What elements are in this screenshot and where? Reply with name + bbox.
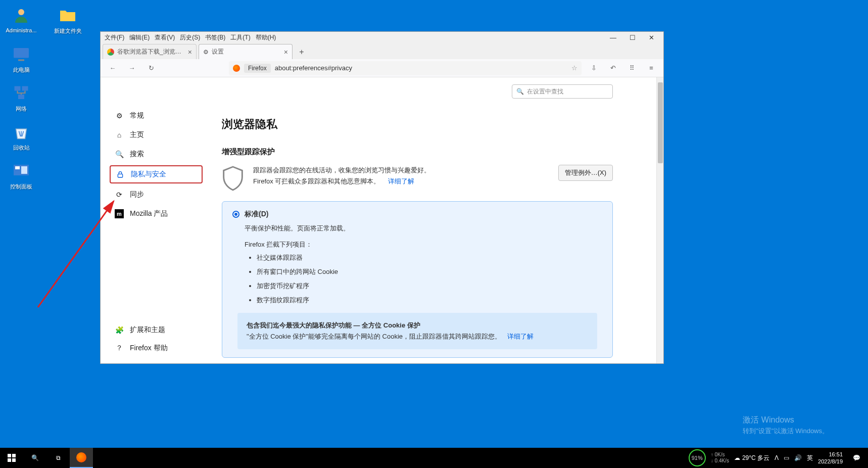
sidebar-privacy[interactable]: 隐私与安全	[110, 165, 203, 183]
lock-icon	[116, 170, 125, 179]
firefox-window: 文件(F) 编辑(E) 查看(V) 历史(S) 书签(B) 工具(T) 帮助(H…	[100, 31, 664, 364]
desktop-icon-newfolder[interactable]: 新建文件夹	[52, 5, 84, 35]
shield-icon	[222, 165, 244, 191]
menu-view[interactable]: 查看(V)	[155, 33, 175, 42]
card-title: 标准(D)	[245, 210, 268, 219]
control-panel-icon	[11, 161, 31, 181]
tab-chrome-download[interactable]: 谷歌浏览器下载_浏览器官网入口 ×	[103, 44, 197, 59]
list-item: 加密货币挖矿程序	[257, 282, 602, 291]
desktop-icon-network[interactable]: 网络	[5, 83, 37, 113]
tab-bar: 谷歌浏览器下载_浏览器官网入口 × ⚙ 设置 × +	[101, 43, 663, 59]
back-button[interactable]: ←	[106, 61, 120, 75]
tab-settings[interactable]: ⚙ 设置 ×	[199, 44, 293, 59]
desktop-icon-recycle[interactable]: 回收站	[5, 122, 37, 152]
learn-more-link[interactable]: 详细了解	[388, 177, 414, 185]
recycle-icon	[11, 122, 31, 142]
menu-help[interactable]: 帮助(H)	[256, 33, 276, 42]
url-bar[interactable]: Firefox about:preferences#privacy ☆	[229, 61, 582, 75]
mozilla-icon: m	[115, 209, 124, 218]
forward-button[interactable]: →	[125, 61, 139, 75]
weather-text: 29°C 多云	[742, 454, 769, 462]
ime-indicator[interactable]: ▭	[784, 454, 789, 461]
save-page-icon[interactable]: ⇩	[587, 61, 601, 75]
svg-rect-4	[22, 86, 28, 91]
reload-button[interactable]: ↻	[144, 61, 158, 75]
speaker-icon[interactable]: 🔊	[794, 454, 802, 461]
menu-edit[interactable]: 编辑(E)	[129, 33, 150, 42]
tab-close-icon[interactable]: ×	[284, 48, 288, 56]
sidebar-label: 扩展和主题	[130, 325, 165, 335]
start-button[interactable]	[0, 448, 23, 468]
settings-content: ⚙ 常规 ⌂ 主页 🔍 搜索 隐私与安全 ⟳ 同步 m Mozilla 产品	[101, 77, 663, 363]
network-icon	[11, 83, 31, 103]
menu-bookmarks[interactable]: 书签(B)	[205, 33, 225, 42]
tab-title: 设置	[212, 48, 281, 56]
taskbar-search-button[interactable]: 🔍	[23, 448, 46, 468]
puzzle-icon: 🧩	[115, 325, 124, 335]
sync-arrow-icon[interactable]: ↶	[606, 61, 620, 75]
date: 2022/8/19	[818, 458, 843, 465]
sidebar-sync[interactable]: ⟳ 同步	[110, 186, 203, 203]
hamburger-menu-icon[interactable]: ≡	[644, 61, 658, 75]
ime-lang[interactable]: 英	[807, 454, 813, 462]
search-icon: 🔍	[516, 88, 524, 95]
info-learn-more-link[interactable]: 详细了解	[507, 333, 534, 340]
sidebar-home[interactable]: ⌂ 主页	[110, 127, 203, 143]
info-title: 包含我们迄今最强大的隐私保护功能 — 全方位 Cookie 保护	[247, 320, 588, 331]
svg-rect-3	[15, 86, 21, 91]
cookie-protection-info: 包含我们迄今最强大的隐私保护功能 — 全方位 Cookie 保护 "全方位 Co…	[237, 313, 597, 349]
watermark-line1: 激活 Windows	[743, 415, 829, 426]
sidebar-extensions[interactable]: 🧩 扩展和主题	[110, 322, 203, 338]
firefox-taskbar-button[interactable]	[70, 448, 93, 468]
network-speed: ↑ 0K/s ↓ 0.4K/s	[711, 452, 729, 464]
settings-main: 🔍 在设置中查找 浏览器隐私 增强型跟踪保护 跟踪器会跟踪您的在线活动，收集您的…	[212, 77, 663, 363]
sidebar-label: 搜索	[130, 150, 144, 159]
search-placeholder: 在设置中查找	[527, 87, 563, 96]
svg-rect-2	[18, 60, 24, 61]
page-heading: 浏览器隐私	[222, 117, 613, 132]
sidebar-help[interactable]: ？ Firefox 帮助	[110, 340, 203, 356]
new-tab-button[interactable]: +	[295, 45, 309, 59]
cloud-icon: ☁	[734, 454, 740, 461]
section-heading: 增强型跟踪保护	[222, 147, 613, 157]
svg-point-0	[18, 9, 24, 15]
sidebar-label: 隐私与安全	[131, 170, 166, 179]
close-button[interactable]: ✕	[649, 34, 654, 41]
desktop-icon-control[interactable]: 控制面板	[5, 161, 37, 191]
svg-rect-11	[8, 454, 11, 457]
svg-rect-8	[21, 166, 27, 174]
person-icon	[11, 5, 31, 25]
battery-indicator[interactable]: 91%	[689, 449, 706, 466]
task-view-button[interactable]: ⧉	[46, 448, 70, 468]
blocked-items-list: 社交媒体跟踪器 所有窗口中的跨网站 Cookie 加密货币挖矿程序 数字指纹跟踪…	[257, 253, 602, 305]
settings-search-input[interactable]: 🔍 在设置中查找	[512, 84, 613, 99]
home-icon: ⌂	[115, 130, 124, 139]
apps-grid-icon[interactable]: ⠿	[625, 61, 639, 75]
vertical-scrollbar[interactable]	[656, 77, 663, 363]
computer-icon	[11, 44, 31, 64]
manage-exceptions-button[interactable]: 管理例外…(X)	[558, 165, 613, 181]
watermark-line2: 转到"设置"以激活 Windows。	[743, 427, 829, 436]
taskbar-clock[interactable]: 16:51 2022/8/19	[818, 451, 843, 465]
menu-file[interactable]: 文件(F)	[105, 33, 124, 42]
tray-expand-icon[interactable]: ᐱ	[775, 454, 779, 461]
sidebar-mozilla[interactable]: m Mozilla 产品	[110, 206, 203, 222]
icon-label: 控制面板	[10, 183, 32, 191]
weather-widget[interactable]: ☁ 29°C 多云	[734, 454, 769, 462]
sidebar-search[interactable]: 🔍 搜索	[110, 146, 203, 162]
menu-history[interactable]: 历史(S)	[180, 33, 200, 42]
notification-button[interactable]: 💬	[848, 448, 865, 468]
desktop-icon-computer[interactable]: 此电脑	[5, 44, 37, 74]
desktop-icon-admin[interactable]: Administra...	[5, 5, 37, 35]
scrollbar-thumb[interactable]	[658, 82, 663, 163]
minimize-button[interactable]: —	[610, 34, 616, 41]
blocks-label: Firefox 拦截下列项目：	[245, 240, 602, 249]
maximize-button[interactable]: ☐	[630, 34, 636, 41]
menu-tools[interactable]: 工具(T)	[230, 33, 250, 42]
bookmark-star-icon[interactable]: ☆	[571, 64, 577, 72]
tab-close-icon[interactable]: ×	[188, 48, 192, 56]
sidebar-label: Firefox 帮助	[130, 344, 168, 353]
standard-radio[interactable]	[232, 211, 239, 218]
sidebar-general[interactable]: ⚙ 常规	[110, 108, 203, 124]
svg-rect-13	[8, 458, 11, 462]
